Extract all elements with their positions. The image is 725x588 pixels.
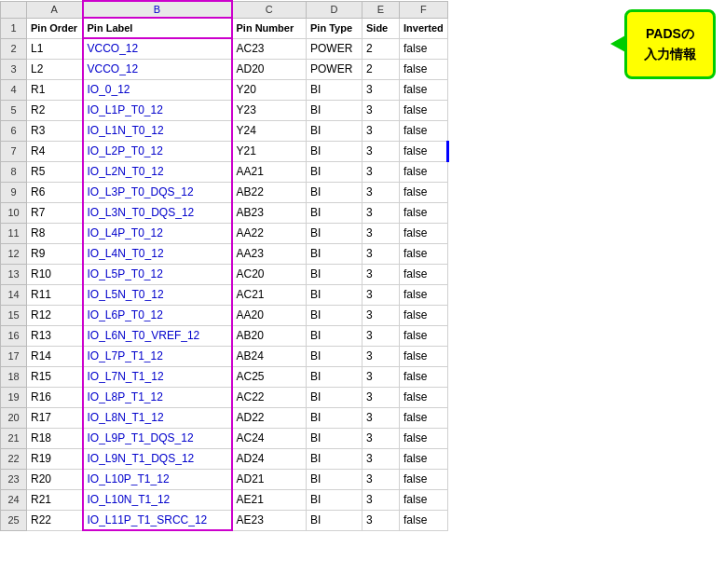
cell-side[interactable]: 3	[362, 387, 400, 407]
cell-side[interactable]: 3	[362, 325, 400, 346]
cell-pin-number[interactable]: AA21	[232, 161, 307, 182]
cell-pin-number[interactable]: AE21	[232, 489, 307, 510]
cell-pin-order[interactable]: R14	[27, 346, 83, 366]
cell-pin-order[interactable]: R5	[27, 161, 83, 182]
cell-pin-number[interactable]: Y21	[232, 141, 307, 161]
cell-pin-type[interactable]: BI	[307, 366, 362, 387]
col-header-a[interactable]: A	[27, 1, 83, 18]
cell-side[interactable]: 2	[362, 38, 400, 59]
cell-pin-number[interactable]: AB24	[232, 346, 307, 366]
cell-pin-order[interactable]: R15	[27, 366, 83, 387]
cell-pin-type[interactable]: POWER	[307, 38, 362, 59]
cell-side[interactable]: 3	[362, 141, 400, 161]
cell-pin-label[interactable]: IO_L10N_T1_12	[83, 489, 232, 510]
cell-pin-order[interactable]: R7	[27, 202, 83, 223]
cell-pin-order[interactable]: L2	[27, 59, 83, 79]
cell-pin-label[interactable]: IO_L7N_T1_12	[83, 366, 232, 387]
header-side[interactable]: Side	[362, 18, 400, 38]
cell-pin-number[interactable]: AD20	[232, 59, 307, 79]
cell-pin-order[interactable]: R8	[27, 223, 83, 243]
header-pin-number[interactable]: Pin Number	[232, 18, 307, 38]
cell-pin-number[interactable]: Y23	[232, 100, 307, 120]
cell-pin-order[interactable]: R1	[27, 79, 83, 100]
cell-pin-order[interactable]: R4	[27, 141, 83, 161]
cell-pin-type[interactable]: BI	[307, 325, 362, 346]
cell-pin-number[interactable]: AC25	[232, 366, 307, 387]
cell-pin-label[interactable]: IO_L2N_T0_12	[83, 161, 232, 182]
col-header-d[interactable]: D	[307, 1, 362, 18]
cell-inverted[interactable]: false	[400, 264, 448, 284]
cell-pin-order[interactable]: R20	[27, 469, 83, 489]
cell-pin-order[interactable]: R10	[27, 264, 83, 284]
cell-pin-number[interactable]: AD22	[232, 407, 307, 428]
cell-inverted[interactable]: false	[400, 448, 448, 469]
cell-pin-label[interactable]: IO_L6P_T0_12	[83, 305, 232, 325]
cell-pin-label[interactable]: IO_L6N_T0_VREF_12	[83, 325, 232, 346]
cell-pin-number[interactable]: AC21	[232, 284, 307, 305]
cell-pin-type[interactable]: BI	[307, 428, 362, 448]
cell-side[interactable]: 3	[362, 100, 400, 120]
cell-side[interactable]: 3	[362, 264, 400, 284]
cell-pin-label[interactable]: IO_L8N_T1_12	[83, 407, 232, 428]
header-inverted[interactable]: Inverted	[400, 18, 448, 38]
cell-pin-type[interactable]: BI	[307, 141, 362, 161]
cell-pin-label[interactable]: IO_L4P_T0_12	[83, 223, 232, 243]
cell-pin-number[interactable]: AA22	[232, 223, 307, 243]
cell-pin-label[interactable]: IO_L9N_T1_DQS_12	[83, 448, 232, 469]
cell-inverted[interactable]: false	[400, 243, 448, 264]
cell-pin-order[interactable]: R19	[27, 448, 83, 469]
cell-pin-label[interactable]: IO_L1P_T0_12	[83, 100, 232, 120]
cell-inverted[interactable]: false	[400, 202, 448, 223]
cell-side[interactable]: 3	[362, 407, 400, 428]
cell-pin-type[interactable]: BI	[307, 243, 362, 264]
cell-pin-order[interactable]: R18	[27, 428, 83, 448]
cell-pin-number[interactable]: AA20	[232, 305, 307, 325]
cell-pin-type[interactable]: BI	[307, 100, 362, 120]
cell-inverted[interactable]: false	[400, 366, 448, 387]
cell-pin-type[interactable]: BI	[307, 161, 362, 182]
cell-side[interactable]: 3	[362, 161, 400, 182]
cell-pin-label[interactable]: IO_L9P_T1_DQS_12	[83, 428, 232, 448]
cell-inverted[interactable]: false	[400, 79, 448, 100]
cell-pin-type[interactable]: BI	[307, 346, 362, 366]
cell-pin-type[interactable]: BI	[307, 223, 362, 243]
cell-pin-order[interactable]: R12	[27, 305, 83, 325]
cell-inverted[interactable]: false	[400, 161, 448, 182]
cell-pin-label[interactable]: IO_L7P_T1_12	[83, 346, 232, 366]
cell-inverted[interactable]: false	[400, 182, 448, 202]
cell-pin-label[interactable]: IO_L2P_T0_12	[83, 141, 232, 161]
cell-pin-number[interactable]: AA23	[232, 243, 307, 264]
header-pin-label[interactable]: Pin Label	[83, 18, 232, 38]
cell-side[interactable]: 3	[362, 469, 400, 489]
cell-inverted[interactable]: false	[400, 38, 448, 59]
cell-side[interactable]: 3	[362, 120, 400, 141]
cell-side[interactable]: 3	[362, 284, 400, 305]
cell-pin-type[interactable]: BI	[307, 387, 362, 407]
cell-pin-type[interactable]: BI	[307, 79, 362, 100]
cell-side[interactable]: 3	[362, 79, 400, 100]
cell-pin-type[interactable]: BI	[307, 182, 362, 202]
cell-pin-type[interactable]: BI	[307, 510, 362, 530]
cell-pin-number[interactable]: AD24	[232, 448, 307, 469]
cell-pin-order[interactable]: R13	[27, 325, 83, 346]
cell-inverted[interactable]: false	[400, 407, 448, 428]
cell-pin-label[interactable]: IO_L4N_T0_12	[83, 243, 232, 264]
cell-pin-order[interactable]: R17	[27, 407, 83, 428]
cell-pin-label[interactable]: IO_L11P_T1_SRCC_12	[83, 510, 232, 530]
cell-pin-number[interactable]: AC20	[232, 264, 307, 284]
header-pin-order[interactable]: Pin Order	[27, 18, 83, 38]
cell-pin-type[interactable]: BI	[307, 469, 362, 489]
cell-pin-number[interactable]: AB20	[232, 325, 307, 346]
cell-inverted[interactable]: false	[400, 325, 448, 346]
cell-inverted[interactable]: false	[400, 120, 448, 141]
cell-side[interactable]: 3	[362, 448, 400, 469]
col-header-e[interactable]: E	[362, 1, 400, 18]
cell-pin-type[interactable]: BI	[307, 120, 362, 141]
cell-side[interactable]: 2	[362, 59, 400, 79]
cell-pin-number[interactable]: AB23	[232, 202, 307, 223]
cell-inverted[interactable]: false	[400, 387, 448, 407]
cell-pin-label[interactable]: VCCO_12	[83, 59, 232, 79]
col-header-c[interactable]: C	[232, 1, 307, 18]
cell-inverted[interactable]: false	[400, 141, 448, 161]
cell-pin-order[interactable]: R21	[27, 489, 83, 510]
